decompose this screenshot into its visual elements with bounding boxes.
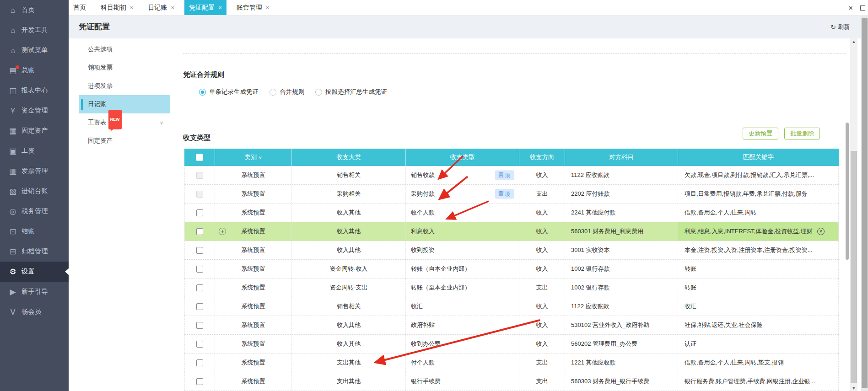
row-checkbox[interactable] [196, 228, 203, 235]
radio-option[interactable]: 按照选择汇总生成凭证 [315, 88, 387, 96]
panel-scrollbar[interactable]: ▲ ▼ [850, 38, 857, 391]
tab-首页[interactable]: 首页 [69, 0, 91, 15]
cell-account: 560303 财务费用_银行手续费 [565, 372, 678, 391]
submenu-item-fixed-assets[interactable]: 固定资产 [79, 132, 170, 150]
table-row[interactable]: + 系统预置 收入其他 收到办公费 收入 560202 管理费用_办公费 认证 … [184, 335, 839, 354]
header-account: 对方科目 [565, 149, 678, 166]
select-all-checkbox[interactable] [196, 154, 203, 161]
cell-direction: 收入 [519, 241, 565, 259]
row-checkbox[interactable] [196, 172, 203, 179]
tab-凭证配置[interactable]: 凭证配置 × [184, 0, 226, 15]
tab-科目期初[interactable]: 科目期初 × [96, 0, 138, 15]
sidebar-item-vip[interactable]: Ⅴ 畅会员 [0, 302, 69, 322]
table-row[interactable]: + 系统预置 收入其他 收个人款 收入 2241 其他应付款 借款,备用金,个人… [184, 204, 839, 222]
sidebar-item-settings[interactable]: ⚙ 设置 [0, 262, 69, 282]
radio-option[interactable]: 单条记录生成凭证 [199, 88, 259, 96]
cell-category: + 系统预置 [215, 297, 292, 316]
merge-rules-title: 凭证合并规则 [183, 70, 224, 79]
window-scrollbar-thumb[interactable] [862, 18, 868, 388]
tab-close-icon[interactable]: × [218, 4, 222, 11]
table-row[interactable]: + 系统预置 收入其他 政府补贴 收入 530102 营业外收入_政府补助 社保… [184, 316, 839, 335]
batch-delete-button[interactable]: 批量删除 [784, 128, 820, 139]
submenu-item-label: 工资表 [88, 119, 107, 126]
cell-checkbox [184, 316, 215, 334]
submenu-item-common-options[interactable]: 公共选项 [79, 40, 170, 59]
row-checkbox[interactable] [196, 322, 203, 329]
cell-checkbox [184, 354, 215, 372]
tab-日记账[interactable]: 日记账 × [144, 0, 179, 15]
sidebar-item-test-menu[interactable]: ⌂ 测试菜单 [0, 40, 69, 60]
close-icon[interactable]: × [848, 4, 853, 12]
row-close-icon[interactable]: × [817, 228, 825, 235]
sidebar-item-home[interactable]: ⌂ 首页 [0, 0, 69, 20]
fullscreen-icon[interactable] [860, 5, 865, 11]
radio-option[interactable]: 合并规则 [270, 88, 304, 96]
pin-top-badge[interactable]: 置顶 [495, 189, 514, 199]
sidebar-item-salary[interactable]: ▣ 工资 [0, 141, 69, 161]
table-row[interactable]: + 系统预置 销售相关 收汇 收入 1122 应收账款 收汇 × [184, 297, 839, 316]
panel-scrollbar-thumb[interactable] [851, 151, 857, 383]
update-preset-button[interactable]: 更新预置 [743, 128, 778, 139]
pin-top-badge[interactable]: 置顶 [495, 171, 514, 180]
row-checkbox[interactable] [196, 247, 203, 254]
table-row[interactable]: + 系统预置 支出其他 付个人款 支出 1221 其他应收款 借款,备用金,个人… [184, 354, 839, 372]
row-checkbox[interactable] [196, 359, 203, 366]
table-row[interactable]: + 系统预置 销售相关 销售收款 置顶 收入 1122 应收账款 欠款,现金,项… [184, 166, 839, 185]
row-checkbox[interactable] [196, 378, 203, 385]
submenu-item-input-invoice[interactable]: 进项发票 [79, 77, 170, 95]
row-checkbox[interactable] [196, 209, 203, 216]
sidebar-item-report-center[interactable]: ◫ 报表中心 [0, 80, 69, 101]
cell-keywords: 项目,日常费用,报销款,年费,承兑汇票,付款,服务 × [678, 185, 839, 203]
sidebar-item-closing[interactable]: ⊡ 结账 [0, 221, 69, 241]
row-checkbox[interactable] [196, 303, 203, 310]
header-category[interactable]: 类别 ∨ [215, 149, 292, 166]
home-icon: ⌂ [8, 6, 17, 14]
submenu-item-label: 日记账 [88, 101, 107, 107]
table-row[interactable]: + 系统预置 收入其他 收到投资 收入 3001 实收资本 本金,注资,投资,入… [184, 241, 839, 260]
cell-major-class: 收入其他 [292, 316, 406, 334]
types-table: 类别 ∨ 收支大类 收支类型 收支方向 对方科目 匹配关键字 + 系统预置 销售… [184, 149, 839, 391]
tab-账套管理[interactable]: 账套管理 × [232, 0, 274, 15]
scroll-down-icon[interactable]: ▼ [850, 386, 857, 391]
sidebar-item-invoice[interactable]: ▥ 发票管理 [0, 161, 69, 181]
sidebar-item-dev-tools[interactable]: ⌂ 开发工具 [0, 20, 69, 40]
tab-close-icon[interactable]: × [266, 4, 270, 11]
radio-icon [199, 89, 206, 96]
table-row[interactable]: + 系统预置 资金周转-收入 转账（自本企业内部） 收入 1002 银行存款 转… [184, 260, 839, 279]
sidebar-item-tax[interactable]: ◎ 税务管理 [0, 201, 69, 221]
sidebar-item-general-ledger[interactable]: ▤ 总账 [0, 60, 69, 80]
sidebar-item-purchase-sale[interactable]: ▧ 进销台账 [0, 181, 69, 201]
row-checkbox[interactable] [196, 341, 203, 348]
closing-book-icon: ⊡ [8, 228, 17, 236]
table-row[interactable]: + 系统预置 采购相关 采购付款 置顶 支出 2202 应付账款 项目,日常费用… [184, 185, 839, 204]
table-row[interactable]: + 系统预置 支出其他 银行手续费 支出 560303 财务费用_银行手续费 银… [184, 372, 839, 391]
refresh-button[interactable]: ↻ 刷新 [830, 23, 850, 31]
row-checkbox[interactable] [196, 191, 203, 198]
sidebar-item-archive[interactable]: ⊟ 归档管理 [0, 241, 69, 262]
radio-label: 按照选择汇总生成凭证 [325, 88, 387, 96]
submenu-item-salary-sheet[interactable]: 工资表NEW ∨ [79, 113, 170, 132]
table-row[interactable]: + 系统预置 收入其他 利息收入 收入 560301 财务费用_利息费用 利息,… [184, 222, 839, 241]
cell-category: + 系统预置 [215, 335, 292, 353]
expand-plus-icon[interactable]: + [219, 228, 226, 235]
cell-keywords: 收汇 × [678, 297, 839, 316]
tab-close-icon[interactable]: × [171, 4, 175, 11]
cell-direction: 收入 [519, 204, 565, 222]
tab-close-icon[interactable]: × [130, 4, 134, 11]
cell-type: 政府补贴 [406, 316, 519, 334]
inner-scrollbar-thumb[interactable] [846, 123, 849, 260]
sidebar-item-guide[interactable]: ▶ 新手引导 [0, 282, 69, 302]
submenu-item-output-invoice[interactable]: 销项发票 [79, 59, 170, 77]
sort-chevron-icon[interactable]: ∨ [259, 155, 262, 160]
table-row[interactable]: + 系统预置 资金周转-支出 转账（至本企业内部） 支出 1002 银行存款 转… [184, 279, 839, 297]
cell-keywords: 借款,备用金,个人,往来,周转,垫支,报销 × [678, 354, 839, 372]
scroll-up-icon[interactable]: ▲ [850, 39, 857, 44]
cell-direction: 支出 [519, 279, 565, 297]
row-checkbox[interactable] [196, 284, 203, 291]
submenu-item-journal[interactable]: 日记账 [79, 95, 170, 113]
sidebar-item-fixed-assets[interactable]: ▦ 固定资产 [0, 121, 69, 141]
chevron-down-icon[interactable]: ∨ [160, 113, 163, 132]
window-scrollbar[interactable] [861, 16, 868, 391]
sidebar-item-funds[interactable]: ¥ 资金管理 [0, 101, 69, 121]
row-checkbox[interactable] [196, 266, 203, 273]
